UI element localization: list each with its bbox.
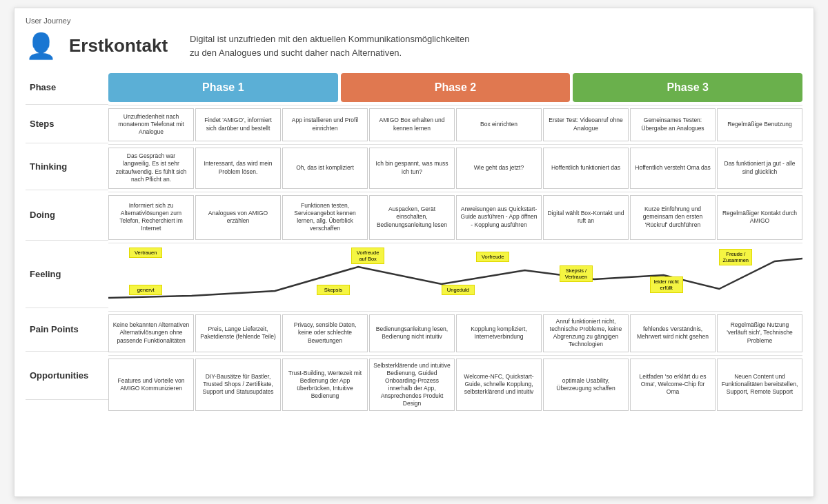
thinking-6: Hoffentlich funktioniert das (543, 148, 629, 189)
feeling-row: Vertrauen Vorfreudeauf Box Vorfreude gen… (108, 243, 802, 312)
phase-row: Phase 1 Phase 2 Phase 3 (108, 70, 802, 105)
pain-6: Anruf funktioniert nicht, technische Pro… (543, 314, 629, 352)
feeling-note-vertrauen: Vertrauen (129, 248, 162, 258)
journey-grid: Phase Steps Thinking Doing Feeling Pain … (26, 70, 802, 414)
feeling-note-leider: leider nichterfüllt (650, 276, 683, 293)
pain-3: Privacy, sensible Daten, keine oder schl… (282, 314, 368, 352)
doing-3: Funktionen testen, Serviceangebot kennen… (282, 195, 368, 240)
feeling-svg (108, 246, 802, 308)
thinking-4: Ich bin gespannt, was muss ich tun? (369, 148, 455, 189)
label-pain: Pain Points (26, 308, 108, 352)
opp-3: Trust-Building, Wertezeit mit Bedienung … (282, 359, 368, 411)
phase-1-block: Phase 1 (108, 73, 338, 102)
doing-2: Analogues von AMIGO erzählen (195, 195, 281, 240)
feeling-note-skepsis: Skepsis (317, 285, 350, 295)
persona-icon: 👤 (26, 32, 57, 61)
pain-2: Preis, Lange Lieferzeit, Paketdienste (f… (195, 314, 281, 352)
step-6: Erster Test: Videoanruf ohne Analogue (543, 108, 629, 141)
thinking-row: Das Gespräch war langweilig. Es ist sehr… (108, 145, 802, 192)
thinking-1: Das Gespräch war langweilig. Es ist sehr… (108, 148, 194, 189)
doing-1: Informiert sich zu Alternativlösungen zu… (108, 195, 194, 240)
thinking-5: Wie geht das jetzt? (456, 148, 542, 189)
doing-6: Digital wählt Box-Kontakt und ruft an (543, 195, 629, 240)
opp-5: Welcome-NFC, Quickstart-Guide, schnelle … (456, 359, 542, 411)
opp-7: Leitfaden 'so erklärt du es Oma', Welcom… (630, 359, 716, 411)
pain-row: Keine bekannten Alternativen Alternativl… (108, 312, 802, 356)
steps-row: Unzufriedenheit nach monatenom Telefonat… (108, 105, 802, 145)
opp-1: Features und Vorteile von AMIGO Kommuniz… (108, 359, 194, 411)
label-phase: Phase (26, 70, 108, 105)
doing-4: Auspacken, Gerät einschalten, Bedienungs… (369, 195, 455, 240)
doing-8: Regelmäßiger Kontakt durch AMIGO (717, 195, 802, 240)
step-4: AMIGO Box erhalten und kennen lernen (369, 108, 455, 141)
step-3: App installieren und Profil einrichten (282, 108, 368, 141)
feeling-note-ungeduld: Ungeduld (442, 285, 475, 295)
step-7: Gemeinsames Testen: Übergabe an Analogue… (630, 108, 716, 141)
pain-8: Regelmäßige Nutzung 'verläuft sich', Tec… (717, 314, 802, 352)
label-column: Phase Steps Thinking Doing Feeling Pain … (26, 70, 108, 414)
main-container: User Journey 👤 Erstkontakt Digital ist u… (14, 8, 814, 497)
label-feeling: Feeling (26, 241, 108, 308)
step-5: Box einrichten (456, 108, 542, 141)
pain-1: Keine bekannten Alternativen Alternativl… (108, 314, 194, 352)
feeling-note-vorfreude-box: Vorfreudeauf Box (351, 248, 384, 264)
pain-7: fehlendes Verständnis, Mehrwert wird nic… (630, 314, 716, 352)
opp-4: Selbsterklärende und intuitive Bedienung… (369, 359, 455, 411)
doing-7: Kurze Einführung und gemeinsam den erste… (630, 195, 716, 240)
opp-2: DIY-Bausätze für Bastler, Trusted Shops … (195, 359, 281, 411)
label-thinking: Thinking (26, 143, 108, 190)
journey-title: Erstkontakt (69, 35, 168, 57)
feeling-note-freude: Freude /Zusammen (719, 249, 752, 265)
doing-row: Informiert sich zu Alternativlösungen zu… (108, 192, 802, 243)
opp-6: optimale Usability, Überzeugung schaffen (543, 359, 629, 411)
journey-subtitle: Digital ist unzufrieden mit den aktuelle… (190, 32, 469, 59)
thinking-7: Hoffentlich versteht Oma das (630, 148, 716, 189)
pain-4: Bedienungsanleitung lesen, Bedienung nic… (369, 314, 455, 352)
feeling-note-skepsis-vertrauen: Skepsis /Vertrauen (560, 265, 593, 282)
thinking-3: Oh, das ist kompliziert (282, 148, 368, 189)
phase-2-block: Phase 2 (341, 73, 571, 102)
thinking-2: Interessant, das wird mein Problem lösen… (195, 148, 281, 189)
feeling-chart: Vertrauen Vorfreudeauf Box Vorfreude gen… (108, 246, 802, 308)
header-section: 👤 Erstkontakt Digital ist unzufrieden mi… (26, 32, 802, 61)
feeling-note-vorfreude: Vorfreude (476, 252, 509, 262)
content-column: Phase 1 Phase 2 Phase 3 Unzufriedenheit … (108, 70, 802, 414)
label-doing: Doing (26, 190, 108, 241)
step-1: Unzufriedenheit nach monatenom Telefonat… (108, 108, 194, 141)
label-steps: Steps (26, 105, 108, 143)
doing-5: Anweisungen aus Quickstart-Guide ausführ… (456, 195, 542, 240)
label-opp: Opportunities (26, 352, 108, 400)
opportunities-row: Features und Vorteile von AMIGO Kommuniz… (108, 356, 802, 414)
phase-3-block: Phase 3 (573, 73, 802, 102)
app-title: User Journey (26, 17, 802, 25)
thinking-8: Das funktioniert ja gut - alle sind glüc… (717, 148, 802, 189)
pain-5: Kopplung kompliziert, Internetverbindung (456, 314, 542, 352)
feeling-note-genervt: genervt (129, 285, 162, 295)
step-8: Regelmäßige Benutzung (717, 108, 802, 141)
step-2: Findet 'AMIGO', informiert sich darüber … (195, 108, 281, 141)
opp-8: Neuen Content und Funktionalitäten berei… (717, 359, 802, 411)
